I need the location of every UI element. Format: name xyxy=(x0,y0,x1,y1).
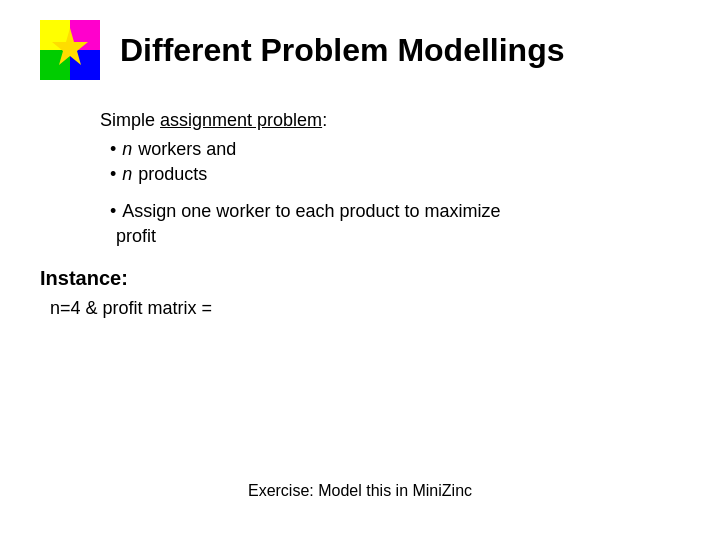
bullet-list: n workers and n products xyxy=(100,139,680,185)
bullet-text-2: products xyxy=(138,164,207,185)
slide: Different Problem Modellings Simple assi… xyxy=(0,0,720,540)
instance-section: Instance: n=4 & profit matrix = xyxy=(40,267,680,319)
bullet-text-1: workers and xyxy=(138,139,236,160)
slide-content: Simple assignment problem: n workers and… xyxy=(40,110,680,247)
header: Different Problem Modellings xyxy=(40,20,680,80)
assign-text: Assign one worker to each product to max… xyxy=(122,201,500,222)
simple-assignment-label: Simple assignment problem: xyxy=(100,110,680,131)
list-item: n products xyxy=(110,164,680,185)
simple-underline: assignment problem xyxy=(160,110,322,130)
bullet-italic-n2: n xyxy=(122,164,132,185)
exercise-text: Exercise: Model this in MiniZinc xyxy=(248,482,472,500)
logo-icon xyxy=(40,20,100,80)
instance-label: Instance: xyxy=(40,267,680,290)
simple-suffix: : xyxy=(322,110,327,130)
instance-text: n=4 & profit matrix = xyxy=(40,298,680,319)
assign-bullet: Assign one worker to each product to max… xyxy=(100,201,680,222)
profit-line: profit xyxy=(100,226,680,247)
simple-prefix: Simple xyxy=(100,110,160,130)
bullet-italic-n1: n xyxy=(122,139,132,160)
list-item: n workers and xyxy=(110,139,680,160)
slide-title: Different Problem Modellings xyxy=(120,32,564,69)
